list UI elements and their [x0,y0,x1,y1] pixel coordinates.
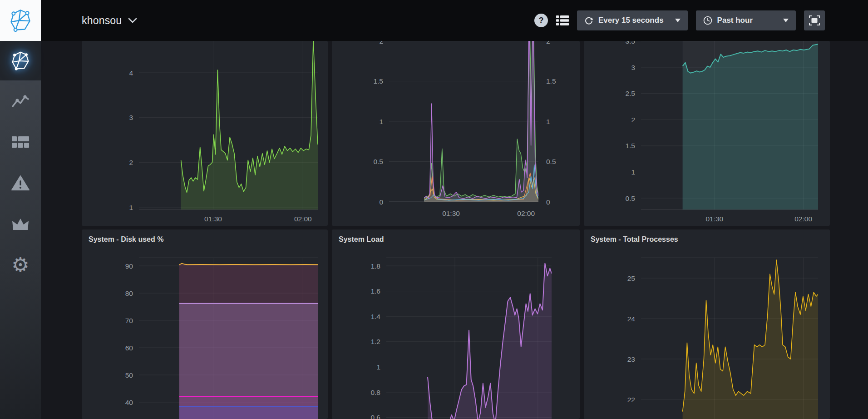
svg-text:01:30: 01:30 [442,210,460,217]
svg-text:60: 60 [125,344,133,352]
gear-icon: ⚙ [11,255,29,275]
svg-text:90: 90 [125,262,133,270]
grafana-logo-icon [10,51,30,71]
time-series-chart[interactable]: 1.81.61.41.210.80.6 [332,229,580,419]
svg-text:1: 1 [376,363,380,371]
caret-down-icon [675,19,681,22]
svg-text:1.5: 1.5 [546,77,556,85]
svg-text:1.5: 1.5 [373,77,383,85]
svg-text:2: 2 [546,41,550,45]
svg-text:0: 0 [379,198,383,206]
grafana-logo-icon [9,9,32,32]
svg-text:4: 4 [129,69,133,77]
panel-title[interactable]: System Load [339,235,384,244]
chart-svg: 3.532.521.510.501:3002:00 [584,41,830,226]
svg-text:70: 70 [125,317,133,324]
panel-top-right: 3.532.521.510.501:3002:00 [584,41,830,226]
time-series-chart[interactable]: 432101:3002:00 [82,41,328,226]
svg-text:23: 23 [627,355,635,363]
chart-svg: 432101:3002:00 [82,41,328,226]
dashboard-title-dropdown[interactable]: khonsou [82,15,137,27]
app-logo[interactable] [0,0,41,41]
svg-text:2: 2 [631,116,635,124]
svg-text:50: 50 [125,371,133,379]
sidebar-item-dashboards[interactable] [0,129,41,156]
refresh-interval-label: Every 15 seconds [598,16,664,25]
chart-svg: 908070605040 [82,229,328,419]
panel-top-middle: 221.51.5110.50.50001:3002:00 [332,41,580,226]
svg-text:1: 1 [631,168,635,176]
svg-text:01:30: 01:30 [705,215,723,223]
svg-text:0.6: 0.6 [370,414,380,419]
svg-text:2: 2 [129,159,133,166]
refresh-interval-button[interactable]: Every 15 seconds [577,10,688,30]
svg-text:0.5: 0.5 [546,158,556,165]
sidebar-item-crown[interactable] [0,210,41,238]
sidebar-item-alerting[interactable] [0,170,41,197]
panel-title[interactable]: System - Total Processes [591,235,678,244]
svg-text:2: 2 [379,41,383,45]
sidebar: ⚙ [0,41,41,419]
svg-text:0.5: 0.5 [373,158,383,165]
chart-svg: 221.51.5110.50.50001:3002:00 [332,41,580,226]
svg-text:1.8: 1.8 [370,262,380,270]
svg-text:0.5: 0.5 [625,195,635,202]
svg-text:02:00: 02:00 [517,210,535,217]
svg-text:24: 24 [627,315,636,323]
svg-text:02:00: 02:00 [794,215,812,223]
svg-text:1: 1 [379,118,383,125]
svg-text:01:30: 01:30 [204,215,222,223]
help-label: ? [538,16,543,25]
time-series-chart[interactable]: 221.51.5110.50.50001:3002:00 [332,41,580,226]
svg-text:3.5: 3.5 [625,41,635,45]
alert-triangle-icon [11,175,30,191]
sidebar-item-home[interactable] [0,41,41,80]
svg-text:22: 22 [627,396,635,404]
svg-text:3: 3 [129,114,133,121]
dashboard-list-icon[interactable] [556,15,569,26]
svg-text:1.5: 1.5 [625,142,635,150]
time-series-chart[interactable]: 908070605040 [82,229,328,419]
fullscreen-button[interactable] [804,10,825,30]
pulse-graph-icon [11,95,30,108]
svg-text:1.2: 1.2 [370,338,380,345]
panel-top-left: 432101:3002:00 [82,41,328,226]
time-series-chart[interactable]: 3.532.521.510.501:3002:00 [584,41,830,226]
svg-text:80: 80 [125,289,133,297]
svg-text:02:00: 02:00 [294,215,312,223]
dashboards-grid-icon [12,135,29,149]
sidebar-item-pulse[interactable] [0,88,41,115]
time-series-chart[interactable]: 25242322 [584,229,830,419]
dashboard-title: khonsou [82,15,122,27]
svg-text:1.4: 1.4 [370,313,380,320]
crown-icon [11,218,30,230]
top-nav: khonsou ? Every 15 seconds [0,0,868,41]
refresh-icon [584,16,593,25]
svg-text:25: 25 [627,274,635,282]
help-icon[interactable]: ? [534,14,548,27]
svg-text:0.8: 0.8 [370,389,380,396]
time-range-label: Past hour [717,16,753,25]
svg-text:1: 1 [129,204,133,211]
sidebar-item-settings[interactable]: ⚙ [0,251,41,279]
svg-text:2.5: 2.5 [625,90,635,97]
svg-text:1: 1 [546,118,550,125]
panel-system-load: System Load 1.81.61.41.210.80.6 [332,229,580,419]
svg-text:1.6: 1.6 [370,287,380,295]
chart-svg: 1.81.61.41.210.80.6 [332,229,580,419]
chart-svg: 25242322 [584,229,830,419]
svg-text:0: 0 [546,198,550,206]
chevron-down-icon [128,18,137,23]
panel-title[interactable]: System - Disk used % [89,235,163,244]
panel-disk-used: System - Disk used % 908070605040 [82,229,328,419]
svg-text:3: 3 [631,64,635,71]
fullscreen-icon [809,15,820,25]
nav-actions: ? Every 15 seconds Past hour [534,10,868,30]
caret-down-icon [783,19,789,22]
svg-text:40: 40 [125,399,133,406]
time-range-button[interactable]: Past hour [696,10,796,30]
clock-icon [703,16,712,25]
panel-total-processes: System - Total Processes 25242322 [584,229,830,419]
